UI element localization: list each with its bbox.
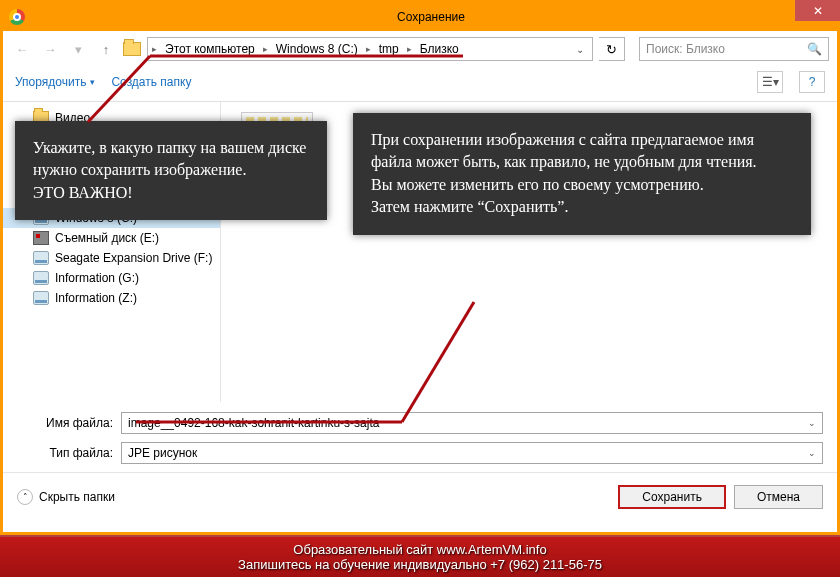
folder-icon [123, 42, 141, 56]
filetype-label: Тип файла: [17, 446, 121, 460]
usb-icon [33, 231, 49, 245]
callout-folder: Укажите, в какую папку на вашем диске ну… [15, 121, 327, 220]
breadcrumb-dropdown[interactable]: ⌄ [572, 44, 588, 55]
footer-banner: Образовательный сайт www.ArtemVM.info За… [0, 535, 840, 577]
search-icon: 🔍 [807, 42, 822, 56]
save-button[interactable]: Сохранить [618, 485, 726, 509]
chevron-right-icon: ▸ [407, 44, 412, 54]
forward-button[interactable]: → [39, 38, 61, 60]
close-button[interactable]: ✕ [795, 0, 840, 21]
search-input[interactable]: Поиск: Близко 🔍 [639, 37, 829, 61]
disk-icon [33, 291, 49, 305]
dialog-frame: Сохранение ✕ ← → ▾ ↑ ▸ Этот компьютер ▸ … [0, 0, 840, 535]
banner-line1: Образовательный сайт www.ArtemVM.info [0, 542, 840, 557]
view-button[interactable]: ☰▾ [757, 71, 783, 93]
up-button[interactable]: ↑ [95, 38, 117, 60]
chevron-right-icon: ▸ [263, 44, 268, 54]
search-placeholder: Поиск: Близко [646, 42, 725, 56]
callout-filename: При сохранении изображения с сайта предл… [353, 113, 811, 235]
chevron-down-icon[interactable]: ⌄ [808, 448, 816, 458]
organize-menu[interactable]: Упорядочить ▾ [15, 75, 95, 89]
window-title: Сохранение [25, 10, 837, 24]
cancel-button[interactable]: Отмена [734, 485, 823, 509]
nav-row: ← → ▾ ↑ ▸ Этот компьютер ▸ Windows 8 (C:… [3, 31, 837, 67]
tree-item[interactable]: Information (G:) [3, 268, 220, 288]
filename-input[interactable]: image__0492-168-kak-sohranit-kartinku-s-… [121, 412, 823, 434]
chevron-down-icon[interactable]: ⌄ [808, 418, 816, 428]
new-folder-button[interactable]: Создать папку [111, 75, 191, 89]
hide-folders-toggle[interactable]: ˄ Скрыть папки [17, 489, 115, 505]
breadcrumb-item[interactable]: Windows 8 (C:) [272, 42, 362, 56]
breadcrumb-item[interactable]: Близко [416, 42, 463, 56]
recent-dropdown[interactable]: ▾ [67, 38, 89, 60]
filename-area: Имя файла: image__0492-168-kak-sohranit-… [3, 402, 837, 464]
chevron-right-icon: ▸ [152, 44, 157, 54]
bottom-bar: ˄ Скрыть папки Сохранить Отмена [3, 472, 837, 523]
banner-line2: Запишитесь на обучение индивидуально +7 … [0, 557, 840, 572]
chevron-right-icon: ▸ [366, 44, 371, 54]
tree-item[interactable]: Information (Z:) [3, 288, 220, 308]
tree-item[interactable]: Съемный диск (E:) [3, 228, 220, 248]
breadcrumb[interactable]: ▸ Этот компьютер ▸ Windows 8 (C:) ▸ tmp … [147, 37, 593, 61]
breadcrumb-item[interactable]: tmp [375, 42, 403, 56]
tree-item[interactable]: Seagate Expansion Drive (F:) [3, 248, 220, 268]
chevron-up-icon: ˄ [17, 489, 33, 505]
breadcrumb-item[interactable]: Этот компьютер [161, 42, 259, 56]
back-button[interactable]: ← [11, 38, 33, 60]
disk-icon [33, 271, 49, 285]
chrome-icon [9, 9, 25, 25]
refresh-button[interactable]: ↻ [599, 37, 625, 61]
titlebar: Сохранение ✕ [3, 3, 837, 31]
toolbar: Упорядочить ▾ Создать папку ☰▾ ? [3, 67, 837, 102]
filename-label: Имя файла: [17, 416, 121, 430]
filetype-select[interactable]: JPE рисунок ⌄ [121, 442, 823, 464]
disk-icon [33, 251, 49, 265]
help-button[interactable]: ? [799, 71, 825, 93]
